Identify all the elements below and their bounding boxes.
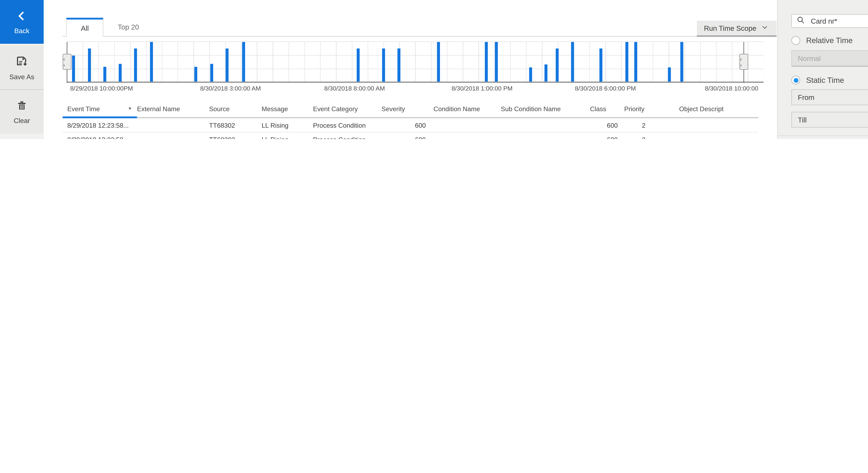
- back-chevron-icon: [16, 10, 28, 24]
- table-cell: 600: [590, 118, 618, 132]
- tab-all[interactable]: All: [66, 18, 103, 37]
- from-date-field[interactable]: From: [791, 89, 868, 105]
- table-cell: [650, 118, 758, 132]
- timeline-tick-label: 8/30/2018 8:00:00 AM: [324, 85, 385, 92]
- table-cell: Process Condition: [313, 118, 381, 132]
- radio-circle-icon: [791, 36, 800, 45]
- timeline-chart: ‹ › ‹ › 8/29/2018 10:00:00PM8/30/2018 3:…: [63, 41, 795, 93]
- timeline-bar: [382, 49, 385, 82]
- save-as-label: Save As: [9, 73, 34, 80]
- column-header-severity[interactable]: Severity: [381, 100, 426, 118]
- table-cell: Process Condition: [313, 132, 381, 139]
- timeline-plot-area: [67, 41, 764, 83]
- column-header-priority[interactable]: Priority: [618, 100, 650, 118]
- column-header-condition-name[interactable]: Condition Name: [426, 100, 501, 118]
- divider: [778, 135, 868, 136]
- static-time-label: Static Time: [806, 76, 844, 85]
- timeline-bar: [529, 67, 532, 82]
- clear-label: Clear: [14, 117, 30, 124]
- timeline-tick-label: 8/30/2018 1:00:00 PM: [452, 85, 513, 92]
- left-toolbar: Back Save As Clear i ABB: [0, 0, 44, 139]
- timeline-tick-label: 8/30/2018 3:00:00 AM: [200, 85, 261, 92]
- card-search-box[interactable]: ★: [791, 14, 868, 28]
- timeline-bar: [226, 49, 229, 82]
- column-header-event-time[interactable]: Event Time▾: [63, 100, 137, 118]
- trash-icon: [16, 100, 28, 114]
- gridline: [67, 68, 764, 69]
- chevron-down-icon: [761, 24, 768, 32]
- timeline-bar: [599, 49, 602, 82]
- static-time-radio[interactable]: Static Time: [791, 76, 844, 85]
- timeline-bar: [194, 67, 197, 82]
- timeline-bar: [88, 49, 91, 82]
- column-header-external-name[interactable]: External Name: [137, 100, 209, 118]
- timeline-bar: [211, 64, 214, 82]
- relative-time-dropdown-value: Normal: [798, 54, 821, 62]
- timeline-bar: [72, 55, 75, 82]
- relative-time-radio[interactable]: Relative Time: [791, 36, 852, 45]
- timeline-bar: [150, 42, 153, 82]
- timeline-bar: [668, 67, 671, 82]
- timeline-bar: [485, 42, 488, 82]
- timeline-bar: [397, 49, 400, 82]
- save-as-icon: [15, 55, 28, 70]
- from-label: From: [798, 93, 814, 101]
- table-cell: [501, 132, 590, 139]
- table-cell: LL Rising: [261, 118, 313, 132]
- timeline-ticks: 8/29/2018 10:00:00PM8/30/2018 3:00:00 AM…: [67, 85, 764, 93]
- timeline-bar: [544, 64, 547, 82]
- table-cell: LL Rising: [261, 132, 313, 139]
- run-time-scope-dropdown[interactable]: Run Time Scope: [697, 21, 776, 37]
- timeline-bar: [555, 49, 558, 82]
- table-cell: 8/29/2018 12:23:58...: [63, 132, 137, 139]
- column-header-object-descript[interactable]: Object Descript: [650, 100, 758, 118]
- clear-button[interactable]: Clear: [0, 89, 44, 134]
- relative-time-label: Relative Time: [806, 36, 852, 45]
- gridline: [67, 55, 764, 56]
- table-cell: [426, 132, 501, 139]
- save-as-button[interactable]: Save As: [0, 46, 44, 89]
- timeline-bar: [680, 42, 683, 82]
- timeline-bar: [357, 49, 360, 82]
- relative-time-dropdown[interactable]: Normal: [791, 50, 868, 67]
- table-cell: [426, 118, 501, 132]
- table-cell: 600: [381, 132, 426, 139]
- tab-top-20[interactable]: Top 20: [103, 18, 153, 37]
- back-button[interactable]: Back: [0, 0, 44, 44]
- table-row[interactable]: 8/29/2018 12:23:58...TT68302LL RisingPro…: [63, 118, 758, 132]
- timeline-bar: [119, 64, 122, 82]
- timeline-bar: [495, 42, 498, 82]
- table-cell: 8/29/2018 12:23:58...: [63, 118, 137, 132]
- back-label: Back: [14, 27, 29, 34]
- table-cell: 2: [618, 132, 650, 139]
- tab-bar: All Top 20: [63, 18, 758, 37]
- column-header-class[interactable]: Class: [590, 100, 618, 118]
- table-cell: 2: [618, 118, 650, 132]
- table-row[interactable]: 8/29/2018 12:23:58...TT68302LL RisingPro…: [63, 132, 758, 139]
- column-header-message[interactable]: Message: [261, 100, 313, 118]
- timeline-right-handle[interactable]: ‹ ›: [739, 54, 748, 70]
- column-header-event-category[interactable]: Event Category: [313, 100, 381, 118]
- timeline-bar: [571, 42, 574, 82]
- table-cell: TT68302: [209, 118, 261, 132]
- timeline-bar: [103, 67, 106, 82]
- timeline-bar: [437, 42, 440, 82]
- column-header-source[interactable]: Source: [209, 100, 261, 118]
- table-cell: [137, 118, 209, 132]
- timeline-bar: [634, 42, 637, 82]
- timeline-tick-label: 8/30/2018 6:00:00 PM: [575, 85, 636, 92]
- table-cell: 600: [381, 118, 426, 132]
- timeline-bar: [625, 42, 628, 82]
- event-table-header: Event Time▾External NameSourceMessageEve…: [63, 100, 758, 118]
- run-time-scope-label: Run Time Scope: [704, 24, 756, 32]
- table-cell: [650, 132, 758, 139]
- till-date-field[interactable]: Till: [791, 112, 868, 128]
- timeline-left-handle[interactable]: ‹ ›: [63, 54, 71, 70]
- radio-circle-icon: [791, 76, 800, 85]
- search-icon: [797, 16, 805, 26]
- sort-caret-icon: ▾: [129, 106, 131, 111]
- table-cell: [137, 132, 209, 139]
- column-header-sub-condition-name[interactable]: Sub Condition Name: [501, 100, 590, 118]
- timeline-bar: [242, 42, 245, 82]
- card-search-input[interactable]: [810, 16, 868, 26]
